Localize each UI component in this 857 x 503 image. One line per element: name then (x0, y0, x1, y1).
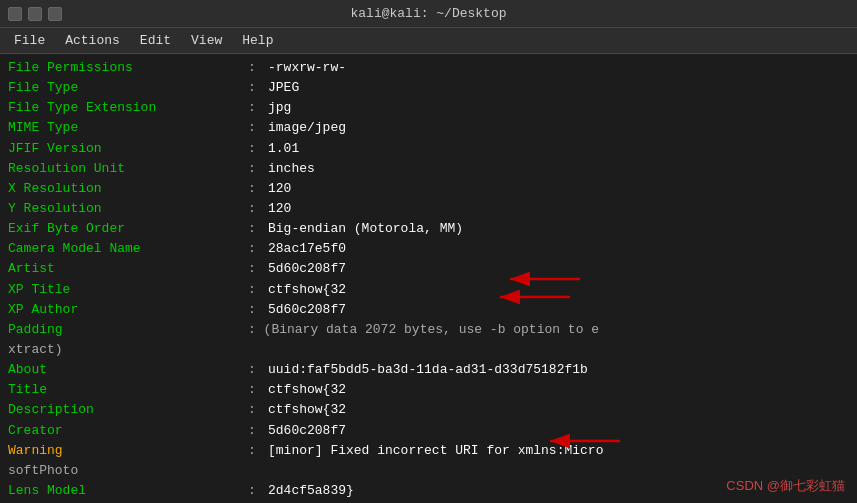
watermark: CSDN @御七彩虹猫 (726, 477, 845, 495)
table-row: Camera Model Name: 28ac17e5f0 (8, 239, 849, 259)
table-row: XP Title: ctfshow{32 (8, 280, 849, 300)
title-bar: kali@kali: ~/Desktop (0, 0, 857, 28)
table-row: xtract) (8, 340, 849, 360)
terminal-content: File Permissions: -rwxrw-rw-File Type: J… (0, 54, 857, 503)
window-title: kali@kali: ~/Desktop (350, 6, 506, 21)
table-row: About: uuid:faf5bdd5-ba3d-11da-ad31-d33d… (8, 360, 849, 380)
table-row: Creator: 5d60c208f7 (8, 421, 849, 441)
terminal-window: kali@kali: ~/Desktop File Actions Edit V… (0, 0, 857, 503)
table-row: Description: ctfshow{32 (8, 400, 849, 420)
table-row: Padding: (Binary data 2072 bytes, use -b… (8, 320, 849, 340)
menu-bar: File Actions Edit View Help (0, 28, 857, 54)
menu-view[interactable]: View (183, 31, 230, 50)
table-row: Resolution Unit: inches (8, 159, 849, 179)
table-row: MIME Type: image/jpeg (8, 118, 849, 138)
table-row: XP Author: 5d60c208f7 (8, 300, 849, 320)
close-button[interactable] (48, 7, 62, 21)
menu-file[interactable]: File (6, 31, 53, 50)
table-row: Warning: [minor] Fixed incorrect URI for… (8, 441, 849, 461)
table-row: File Type: JPEG (8, 78, 849, 98)
table-row: X Resolution: 120 (8, 179, 849, 199)
table-row: File Type Extension: jpg (8, 98, 849, 118)
table-row: Lens Model: 2d4cf5a839} (8, 481, 849, 501)
menu-actions[interactable]: Actions (57, 31, 128, 50)
table-row: softPhoto (8, 461, 849, 481)
menu-help[interactable]: Help (234, 31, 281, 50)
minimize-button[interactable] (8, 7, 22, 21)
table-row: Artist: 5d60c208f7 (8, 259, 849, 279)
table-row: Title: ctfshow{32 (8, 380, 849, 400)
table-row: File Permissions: -rwxrw-rw- (8, 58, 849, 78)
table-row: Y Resolution: 120 (8, 199, 849, 219)
table-row: Exif Byte Order: Big-endian (Motorola, M… (8, 219, 849, 239)
window-controls (8, 7, 62, 21)
maximize-button[interactable] (28, 7, 42, 21)
menu-edit[interactable]: Edit (132, 31, 179, 50)
table-row: JFIF Version: 1.01 (8, 139, 849, 159)
